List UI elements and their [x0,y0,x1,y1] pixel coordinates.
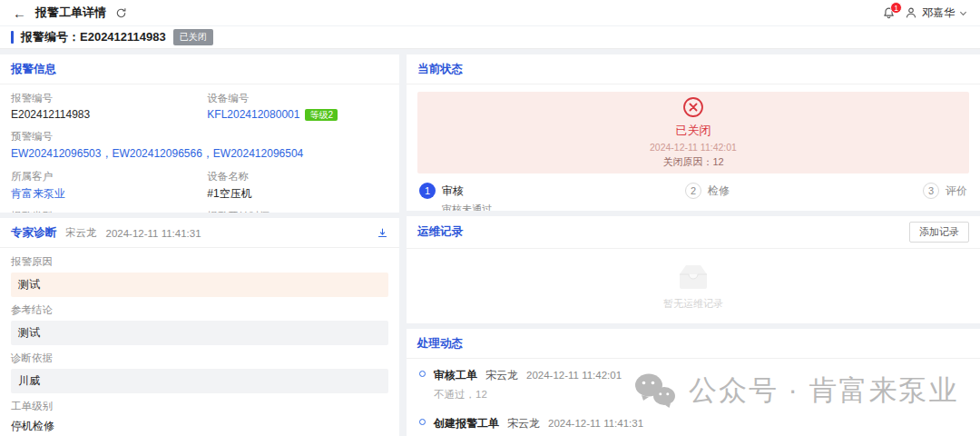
current-status-panel: 当前状态 已关闭 2024-12-11 11:42:01 关闭原因：12 1 审… [407,54,980,211]
page-title: 报警工单详情 [35,5,106,21]
customer-field: 所属客户 肯富来泵业 [11,170,207,202]
back-icon[interactable]: ← [13,6,26,20]
notification-badge: 1 [890,2,902,14]
alarm-no-field: 报警编号 E202412114983 [11,92,207,122]
diagnosis-field-reason: 报警原因 测试 [11,255,388,297]
device-name-field: 设备名称 #1空压机 [207,170,388,202]
warning-no-field: 预警编号 EW202412096503，EW202412096566，EW202… [11,130,388,162]
current-status-title: 当前状态 [417,62,463,77]
step-review-result: 审核未通过 [442,203,492,211]
maintenance-records-header: 运维记录 添加记录 [407,216,980,249]
activity-header: 处理动态 [407,329,980,359]
diagnosis-field-conclusion: 参考结论 测试 [11,303,388,345]
device-no-field: 设备编号 KFL202412080001等级2 [207,92,388,122]
notification-bell-icon[interactable]: 1 [882,6,896,20]
main-content: 报警信息 报警编号 E202412114983 设备编号 KFL20241208… [0,49,980,436]
expert-diagnosis-title: 专家诊断 [11,225,56,241]
status-closed-box: 已关闭 2024-12-11 11:42:01 关闭原因：12 [417,92,969,173]
timeline-dot [419,419,426,425]
activity-item-create: 创建报警工单 宋云龙 2024-12-11 11:41:31 [419,416,967,431]
timeline-dot [419,371,426,377]
empty-inbox-icon [674,262,712,292]
expert-author: 宋云龙 [65,226,97,240]
diagnosis-field-level: 工单级别 停机检修 [11,400,388,434]
top-bar: ← 报警工单详情 1 邓嘉华 [0,0,980,25]
warning-no-links[interactable]: EW202412096503，EW202412096566，EW20241209… [11,147,303,160]
activity-panel: 处理动态 审核工单 宋云龙 2024-12-11 11:42:01 不通过，12 [407,329,980,436]
maintenance-records-panel: 运维记录 添加记录 暂无运维记录 [407,216,980,323]
chevron-down-icon [959,9,967,17]
device-level-badge: 等级2 [305,109,338,121]
accent-bar [11,31,14,44]
user-icon [905,6,917,19]
customer-link[interactable]: 肯富来泵业 [11,187,65,200]
status-time: 2024-12-11 11:42:01 [650,142,737,153]
status-reason: 关闭原因：12 [662,155,723,169]
workflow-steps: 1 审核 审核未通过 2 检修 3 评价 [417,183,969,211]
download-icon[interactable] [377,227,388,239]
activity-item-review: 审核工单 宋云龙 2024-12-11 11:42:01 不通过，12 [419,368,967,401]
alarm-info-panel: 报警信息 报警编号 E202412114983 设备编号 KFL20241208… [0,54,399,213]
current-status-header: 当前状态 [407,54,980,84]
alarm-info-title: 报警信息 [11,62,56,77]
step-repair: 2 检修 [685,183,730,211]
diagnosis-field-basis: 诊断依据 川威 [11,352,388,393]
expert-time: 2024-12-11 11:41:31 [106,228,201,239]
alarm-type-field: 报警类型 阈值超限 [11,210,207,213]
activity-note: 不通过，12 [434,388,622,401]
user-menu[interactable]: 邓嘉华 [905,5,967,21]
add-record-button[interactable]: 添加记录 [909,222,969,243]
maintenance-records-title: 运维记录 [417,224,463,240]
user-name: 邓嘉华 [922,5,955,21]
sub-header: 报警编号：E202412114983 已关闭 [0,26,980,49]
step-review: 1 审核 审核未通过 [419,183,492,211]
expert-diagnosis-header: 专家诊断 宋云龙 2024-12-11 11:41:31 [0,218,399,248]
alarm-info-header: 报警信息 [0,54,399,84]
empty-state: 暂无运维记录 [407,249,980,323]
empty-text: 暂无运维记录 [663,297,723,311]
refresh-icon[interactable] [115,7,127,19]
step-evaluate: 3 评价 [923,183,967,211]
expert-diagnosis-panel: 专家诊断 宋云龙 2024-12-11 11:41:31 报警原因 测试 参考结… [0,218,399,436]
activity-title: 处理动态 [417,336,463,352]
alarm-number-heading: 报警编号：E202412114983 [21,29,166,45]
start-time-field: 报警开始时间 2024-12-09 13:49:58 [207,210,388,213]
device-no-link[interactable]: KFL202412080001 [207,108,299,121]
status-text: 已关闭 [676,123,711,139]
close-circle-icon [682,96,704,118]
status-badge: 已关闭 [173,29,213,45]
